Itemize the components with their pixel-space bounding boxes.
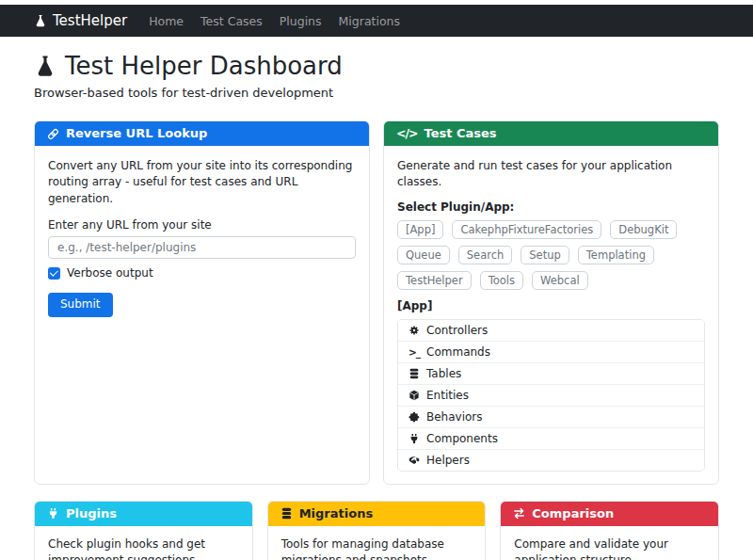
- test-cases-description: Generate and run test cases for your app…: [397, 158, 705, 191]
- test-type-helpers[interactable]: Helpers: [398, 449, 704, 471]
- test-type-tables[interactable]: Tables: [398, 362, 704, 384]
- reverse-url-card-body: Convert any URL from your site into its …: [35, 146, 369, 484]
- hands-helping-icon: [409, 455, 420, 466]
- test-cases-card-header: </> Test Cases: [384, 121, 718, 146]
- reverse-url-card: Reverse URL Lookup Convert any URL from …: [34, 120, 370, 485]
- flask-icon: [34, 55, 56, 77]
- page-subtitle: Browser-based tools for test-driven deve…: [34, 86, 719, 100]
- migrations-description: Tools for managing database migrations a…: [281, 536, 473, 560]
- plugin-button-webcal[interactable]: Webcal: [532, 271, 588, 290]
- nav-item-plugins[interactable]: Plugins: [271, 14, 330, 28]
- page-title-text: Test Helper Dashboard: [65, 52, 343, 80]
- plugin-button-debugkit[interactable]: DebugKit: [610, 220, 677, 239]
- nav-item-home[interactable]: Home: [140, 14, 192, 28]
- test-type-label: Controllers: [426, 324, 488, 337]
- test-cases-title: Test Cases: [425, 127, 497, 140]
- cube-icon: [409, 390, 420, 401]
- plugin-button-queue[interactable]: Queue: [397, 246, 450, 264]
- plugin-button-testhelper[interactable]: TestHelper: [397, 271, 472, 290]
- comparison-card-title: Comparison: [532, 507, 614, 520]
- plugin-button-templating[interactable]: Templating: [578, 246, 654, 264]
- plugins-card: Plugins Check plugin hooks and get impro…: [34, 501, 253, 560]
- navbar-brand[interactable]: TestHelper: [34, 12, 127, 29]
- plugin-filter-group: [App] CakephpFixtureFactories DebugKit Q…: [397, 220, 705, 290]
- test-type-entities[interactable]: Entities: [398, 384, 704, 406]
- verbose-checkbox-row: Verbose output: [48, 266, 356, 280]
- database-icon: [409, 368, 420, 379]
- plug-icon: [47, 507, 59, 520]
- gear-icon: [409, 325, 420, 336]
- test-type-commands[interactable]: >_ Commands: [398, 341, 704, 362]
- nav-item-migrations[interactable]: Migrations: [330, 14, 409, 28]
- navbar: TestHelper Home Test Cases Plugins Migra…: [0, 5, 753, 37]
- test-type-label: Components: [426, 432, 498, 445]
- plugin-button-cakephpfixturefactories[interactable]: CakephpFixtureFactories: [452, 220, 601, 239]
- brand-label: TestHelper: [53, 12, 127, 29]
- verbose-checkbox[interactable]: [48, 267, 60, 280]
- comparison-description: Compare and validate your application st…: [514, 536, 705, 560]
- code-icon: </>: [396, 127, 418, 140]
- test-type-list: Controllers >_ Commands Tables: [397, 319, 705, 472]
- plugins-card-header: Plugins: [35, 502, 252, 526]
- url-input-label: Enter any URL from your site: [48, 218, 356, 232]
- exchange-icon: [513, 507, 525, 520]
- migrations-card: Migrations Tools for managing database m…: [267, 501, 487, 560]
- migrations-card-title: Migrations: [299, 507, 373, 520]
- reverse-url-card-header: Reverse URL Lookup: [35, 121, 369, 146]
- test-cases-card-body: Generate and run test cases for your app…: [384, 146, 718, 484]
- flask-icon: [34, 14, 47, 27]
- url-input[interactable]: [48, 236, 356, 259]
- migrations-card-body: Tools for managing database migrations a…: [268, 526, 486, 560]
- nav-links: Home Test Cases Plugins Migrations: [140, 14, 409, 28]
- main-content: Test Helper Dashboard Browser-based tool…: [0, 52, 753, 560]
- test-type-label: Behaviors: [426, 410, 483, 424]
- top-cards-row: Reverse URL Lookup Convert any URL from …: [34, 120, 719, 485]
- selected-app-heading: [App]: [397, 299, 705, 312]
- plugins-card-body: Check plugin hooks and get improvement s…: [35, 526, 252, 560]
- verbose-checkbox-label: Verbose output: [67, 266, 153, 280]
- page-title: Test Helper Dashboard: [34, 52, 719, 80]
- test-type-controllers[interactable]: Controllers: [398, 320, 704, 341]
- select-plugin-label: Select Plugin/App:: [397, 200, 705, 214]
- plugin-button-app[interactable]: [App]: [397, 220, 443, 239]
- test-type-label: Tables: [426, 367, 461, 380]
- migrations-card-header: Migrations: [268, 502, 486, 526]
- nav-item-test-cases[interactable]: Test Cases: [192, 14, 271, 28]
- reverse-url-description: Convert any URL from your site into its …: [48, 158, 356, 207]
- plugin-button-setup[interactable]: Setup: [521, 246, 569, 264]
- plug-icon: [409, 433, 420, 444]
- test-cases-card: </> Test Cases Generate and run test cas…: [383, 120, 719, 485]
- plugin-button-tools[interactable]: Tools: [480, 271, 523, 290]
- test-type-behaviors[interactable]: Behaviors: [398, 406, 704, 427]
- puzzle-piece-icon: [409, 411, 420, 423]
- submit-button[interactable]: Submit: [48, 293, 113, 317]
- comparison-card-body: Compare and validate your application st…: [501, 526, 718, 560]
- plugins-card-title: Plugins: [66, 507, 117, 520]
- link-icon: [47, 128, 59, 140]
- comparison-card: Comparison Compare and validate your app…: [500, 501, 719, 560]
- plugin-button-search[interactable]: Search: [458, 246, 513, 264]
- test-type-label: Entities: [426, 389, 469, 402]
- database-icon: [280, 507, 293, 520]
- test-type-components[interactable]: Components: [398, 427, 704, 449]
- reverse-url-title: Reverse URL Lookup: [66, 127, 207, 140]
- bottom-cards-row: Plugins Check plugin hooks and get impro…: [34, 501, 719, 560]
- plugins-description: Check plugin hooks and get improvement s…: [48, 536, 239, 560]
- test-type-label: Helpers: [426, 454, 470, 467]
- test-type-label: Commands: [426, 345, 490, 359]
- comparison-card-header: Comparison: [501, 502, 718, 526]
- terminal-icon: >_: [409, 345, 420, 359]
